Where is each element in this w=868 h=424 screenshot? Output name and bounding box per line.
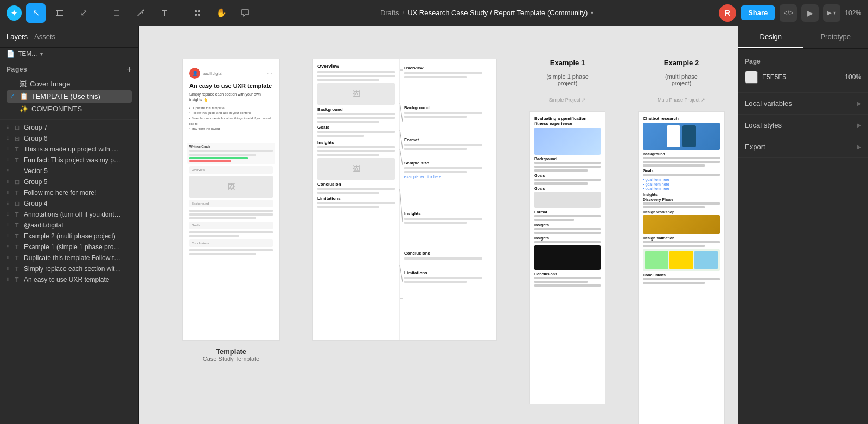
drag-handle: ⠿: [7, 191, 10, 195]
right-panel-tabs: Design Prototype: [738, 26, 868, 49]
layer-text-madeup[interactable]: ⠿ T This is a made up project with mul..…: [0, 144, 138, 155]
tool-pen[interactable]: [131, 3, 150, 23]
page-item-cover[interactable]: 🖼 Cover Image: [7, 78, 132, 90]
tab-prototype[interactable]: Prototype: [803, 26, 869, 48]
local-variables-chevron: ▶: [857, 100, 861, 106]
svg-rect-5: [62, 11, 62, 15]
example1-label: Example 1: [550, 59, 585, 67]
canvas-content: 👤 aadil.digital ✓ ✓ An easy to use UXR t…: [139, 26, 738, 424]
zoom-level: 102%: [845, 9, 861, 17]
example2-sublabel: (multi phaseproject): [665, 73, 698, 86]
tool-move[interactable]: ↖: [26, 3, 46, 23]
example2-label: Example 2: [664, 59, 699, 67]
page-item-template[interactable]: ✓ 📋 TEMPLATE (Use this): [7, 90, 132, 103]
page-cover-label: Cover Image: [30, 80, 70, 88]
svg-rect-9: [195, 10, 197, 12]
code-view-button[interactable]: </>: [780, 4, 797, 22]
tool-hand[interactable]: ✋: [212, 3, 231, 23]
topbar-right: R Share </> ▶ ▶ ▾ 102%: [719, 4, 861, 22]
tool-shapes[interactable]: □: [107, 3, 126, 23]
layer-group6[interactable]: ⠿ ⊞ Group 6: [0, 133, 138, 144]
layer-group5[interactable]: ⠿ ⊞ Group 5: [0, 176, 138, 187]
tool-components[interactable]: [188, 3, 207, 23]
pages-section: Pages + 🖼 Cover Image ✓ 📋 TEMPLATE (Use …: [0, 60, 138, 120]
left-panel: Layers Assets 📄 TEM... ▾ Pages + 🖼 Cover…: [0, 26, 139, 424]
layer-group4[interactable]: ⠿ ⊞ Group 4: [0, 198, 138, 209]
layer-group7[interactable]: ⠿ ⊞ Group 7: [0, 122, 138, 133]
main-layout: Layers Assets 📄 TEM... ▾ Pages + 🖼 Cover…: [0, 26, 868, 424]
page-section: Page E5E5E5 100%: [738, 49, 868, 93]
page-item-components[interactable]: ✨ COMPONENTS: [7, 103, 132, 115]
drag-handle: ⠿: [7, 267, 10, 271]
pages-title: Pages: [7, 66, 27, 73]
present-button[interactable]: ▶ ▾: [823, 4, 840, 22]
tab-design[interactable]: Design: [738, 26, 803, 48]
drag-handle: ⠿: [7, 158, 10, 163]
frame-example1[interactable]: Example 1 (simple 1 phaseproject) Simple…: [529, 59, 605, 404]
layer-vector5[interactable]: ⠿ — Vector 5: [0, 166, 138, 176]
layer-annotations[interactable]: ⠿ T Annotations (turn off if you dont w.…: [0, 209, 138, 220]
drag-handle: ⠿: [7, 212, 10, 217]
drag-handle: ⠿: [7, 180, 10, 185]
canvas[interactable]: 👤 aadil.digital ✓ ✓ An easy to use UXR t…: [139, 26, 738, 424]
tool-scale[interactable]: ⤢: [74, 3, 93, 23]
separator-2: [181, 7, 181, 20]
play-button[interactable]: ▶: [801, 4, 819, 22]
left-panel-header: Layers Assets: [0, 26, 138, 48]
tool-text[interactable]: T: [155, 3, 174, 23]
app-logo[interactable]: ✦: [7, 5, 22, 21]
layer-example2[interactable]: ⠿ T Example 2 (multi phase project): [0, 231, 138, 242]
svg-rect-10: [198, 10, 200, 12]
file-breadcrumb[interactable]: 📄 TEM... ▾: [0, 48, 138, 60]
frame-template-sublabel: Case Study Template: [203, 356, 259, 362]
svg-rect-12: [198, 14, 200, 16]
breadcrumb-sep: /: [403, 9, 405, 17]
tab-layers[interactable]: Layers: [7, 30, 28, 43]
page-color-value[interactable]: E5E5E5: [762, 73, 840, 81]
drag-handle: ⠿: [7, 223, 10, 228]
drag-handle: ⠿: [7, 136, 10, 141]
drag-handle: ⠿: [7, 256, 10, 261]
local-styles-chevron: ▶: [857, 122, 861, 128]
add-page-button[interactable]: +: [127, 65, 132, 74]
tool-frame[interactable]: [50, 3, 69, 23]
layers-list: ⠿ ⊞ Group 7 ⠿ ⊞ Group 6 ⠿ T This is a ma…: [0, 120, 138, 424]
example1-card: Evaluating a gamification fitness experi…: [529, 111, 605, 404]
export-label: Export: [745, 143, 765, 151]
drag-handle: ⠿: [7, 245, 10, 250]
share-button[interactable]: Share: [741, 5, 775, 20]
layer-duplicate[interactable]: ⠿ T Duplicate this template Follow the .…: [0, 252, 138, 263]
drag-handle: ⠿: [7, 147, 10, 152]
frame-example2[interactable]: Example 2 (multi phaseproject) Multi Pha…: [638, 59, 725, 424]
export-section[interactable]: Export ▶: [738, 136, 868, 158]
local-styles-section[interactable]: Local styles ▶: [738, 115, 868, 136]
layer-example1[interactable]: ⠿ T Example 1 (simple 1 phase project): [0, 242, 138, 252]
layer-followme[interactable]: ⠿ T Follow me here for more!: [0, 187, 138, 198]
tool-comment[interactable]: [235, 3, 255, 23]
user-avatar[interactable]: R: [719, 4, 736, 22]
file-chevron: ▾: [40, 51, 43, 57]
local-variables-label: Local variables: [745, 99, 792, 107]
layer-replace[interactable]: ⠿ T Simply replace each section with y..…: [0, 263, 138, 274]
svg-rect-11: [195, 14, 197, 16]
separator-1: [100, 7, 100, 20]
example1-project-name: Simple Project ↗: [549, 97, 586, 103]
layer-aadil[interactable]: ⠿ T @aadil.digital: [0, 220, 138, 231]
local-variables-section[interactable]: Local variables ▶: [738, 93, 868, 115]
layer-text-funfact[interactable]: ⠿ T Fun fact: This project was my part .…: [0, 155, 138, 166]
page-components-label: COMPONENTS: [31, 105, 82, 113]
frame-template-cover[interactable]: 👤 aadil.digital ✓ ✓ An easy to use UXR t…: [182, 59, 280, 362]
frame-annotated[interactable]: Overview 🖼 Background Goals: [312, 59, 497, 341]
tab-assets[interactable]: Assets: [34, 30, 55, 43]
page-color-swatch[interactable]: [745, 71, 758, 84]
drag-handle: ⠿: [7, 169, 10, 174]
frame-template-label: Template: [203, 347, 259, 356]
page-opacity-value[interactable]: 100%: [845, 73, 861, 81]
svg-point-8: [143, 9, 144, 11]
page-color-row: E5E5E5 100%: [745, 71, 861, 84]
layer-uxr-template[interactable]: ⠿ T An easy to use UXR template: [0, 274, 138, 285]
breadcrumb-drafts[interactable]: Drafts: [380, 9, 399, 17]
svg-rect-6: [58, 10, 62, 11]
breadcrumb-chevron[interactable]: ▾: [591, 10, 593, 16]
drag-handle: ⠿: [7, 201, 10, 206]
